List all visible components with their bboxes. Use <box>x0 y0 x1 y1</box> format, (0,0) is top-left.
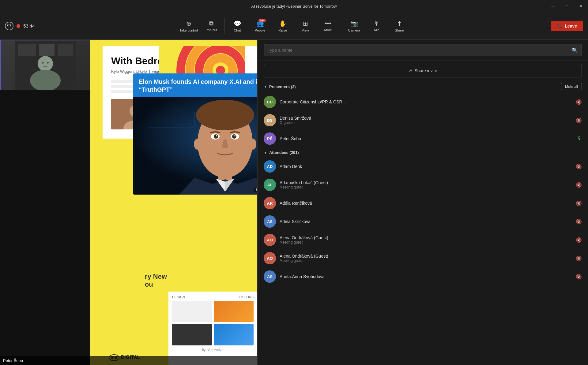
news-overlay: Elon Musk founds AI company X.AI and is … <box>133 73 257 195</box>
svg-text:AL: AL <box>267 183 272 187</box>
svg-text:AO: AO <box>267 256 273 261</box>
mute-all-button[interactable]: Mute all <box>561 83 582 90</box>
attendee-info-ao2: Alena Ondráková (Guest) Meeting guest <box>280 254 572 263</box>
share-invite-button[interactable]: ↗ Share invite <box>264 64 582 77</box>
share-button[interactable]: ⬆ Share <box>388 14 410 38</box>
attendee-name-ao2: Alena Ondráková (Guest) <box>280 254 572 259</box>
attendee-info-ans: Aneta.Anna Svobodová <box>280 274 572 279</box>
presenter-role-ds: Organizer <box>280 121 572 125</box>
attendee-mic-ad: 🔇 <box>576 164 582 169</box>
mic-label: Mic <box>374 28 379 32</box>
attendee-info-as: Adéla Skříčková <box>280 219 572 224</box>
raise-button[interactable]: ✋ Raise <box>272 14 294 38</box>
view-icon: ⊞ <box>303 20 308 27</box>
design-thumb-1 <box>172 301 212 322</box>
design-thumb-2 <box>214 301 254 322</box>
presenters-section-header[interactable]: ▼ Presenters (3) Mute all <box>258 80 588 93</box>
attendee-mic-as: 🔇 <box>576 219 582 225</box>
presenters-list: CC Corporate Citizenship/PR & CSR... 🔇 D… <box>258 93 588 148</box>
attendees-list: AD Adam Denk 🔇 AL Adamuška Lukáš (Guest)… <box>258 157 588 286</box>
call-timer: 53:44 <box>23 23 35 28</box>
people-icon: 👥 294 <box>256 20 264 27</box>
people-button[interactable]: 👥 294 People <box>249 14 271 38</box>
presenter-avatar-cc: CC <box>264 96 276 108</box>
toolbar: 🛡 53:44 ⊕ Take control ⧉ Pop out 💬 Chat … <box>0 12 588 40</box>
svg-text:AR: AR <box>267 201 273 206</box>
close-button[interactable]: ✕ <box>574 0 588 12</box>
attendee-role-al: Meeting guest <box>280 185 572 189</box>
pop-out-label: Pop out <box>205 28 217 32</box>
attendee-mic-ao2: 🔇 <box>576 255 582 261</box>
share-invite-label: Share invite <box>415 68 437 73</box>
svg-point-34 <box>249 139 256 150</box>
title-bar: AI revoluce je tady! -webinář Solve for … <box>0 0 588 12</box>
window-controls: ─ □ ✕ <box>546 0 588 12</box>
presenter-row-cc[interactable]: CC Corporate Citizenship/PR & CSR... 🔇 <box>258 93 588 111</box>
more-label: More <box>324 28 332 32</box>
svg-point-6 <box>38 56 53 71</box>
presenter-info-ds: Denisa Smržová Organizer <box>280 116 572 125</box>
search-box: 🔍 <box>264 44 582 56</box>
more-button[interactable]: ••• More <box>317 14 339 38</box>
attendee-name-ad: Adam Denk <box>280 164 572 169</box>
news-image: Midjourney prompted by THE DEOCDER <box>133 97 257 195</box>
svg-point-8 <box>42 62 44 64</box>
design-thumb-4 <box>214 324 254 345</box>
attendee-name-ao1: Alena Ondráková (Guest) <box>280 235 572 240</box>
security-icon: 🛡 <box>5 22 13 30</box>
attendee-name-ar: Adéla Renčíková <box>280 201 572 206</box>
minimize-button[interactable]: ─ <box>546 0 560 12</box>
attendee-row-as[interactable]: AS Adéla Skříčková 🔇 <box>258 212 588 231</box>
take-control-label: Take control <box>179 28 198 32</box>
more-icon: ••• <box>325 20 331 27</box>
presenter-mic-ps: 🎙 <box>577 136 582 141</box>
attendee-role-ao2: Meeting guest <box>280 259 572 263</box>
attendees-section-title: Attendees (291) <box>269 150 582 155</box>
view-label: View <box>302 28 309 32</box>
view-button[interactable]: ⊞ View <box>294 14 316 38</box>
circuit-svg <box>133 97 257 195</box>
toolbar-divider-2 <box>341 18 341 34</box>
attendee-name-al: Adamuška Lukáš (Guest) <box>280 180 572 185</box>
take-control-icon: ⊕ <box>186 20 191 27</box>
presenter-info-ps: Peter Šebo <box>280 136 573 141</box>
attendees-section-header[interactable]: ▼ Attendees (291) <box>258 148 588 157</box>
take-control-button[interactable]: ⊕ Take control <box>178 14 200 38</box>
attendee-row-ao2[interactable]: AO Alena Ondráková (Guest) Meeting guest… <box>258 249 588 267</box>
attendee-row-al[interactable]: AL Adamuška Lukáš (Guest) Meeting guest … <box>258 176 588 194</box>
attendee-avatar-ans: AS <box>264 270 276 283</box>
design-thumb-3 <box>172 324 212 345</box>
leave-button[interactable]: 📞 Leave <box>551 21 583 31</box>
presenter-row-ps[interactable]: PŠ Peter Šebo 🎙 <box>258 129 588 148</box>
people-badge: 294 <box>258 19 266 22</box>
design-panel-labels: DESIGN COLORS <box>172 295 254 299</box>
attendee-row-ao1[interactable]: AO Alena Ondráková (Guest) Meeting guest… <box>258 231 588 249</box>
chat-button[interactable]: 💬 Chat <box>226 14 248 38</box>
camera-icon: 📷 <box>350 20 358 27</box>
svg-text:DS: DS <box>267 118 273 123</box>
svg-point-33 <box>194 139 201 150</box>
raise-label: Raise <box>278 28 287 32</box>
maximize-button[interactable]: □ <box>560 0 574 12</box>
attendee-avatar-al: AL <box>264 179 276 191</box>
attendee-mic-al: 🔇 <box>576 182 582 188</box>
speaker-name: Peter Šebo <box>3 358 23 363</box>
mic-button[interactable]: 🎙 Mic <box>366 14 388 38</box>
attendee-role-ao1: Meeting guest <box>280 240 572 244</box>
pop-out-button[interactable]: ⧉ Pop out <box>200 14 222 38</box>
search-icon: 🔍 <box>572 47 578 53</box>
share-invite-icon: ↗ <box>409 68 412 73</box>
slide-extra-text: ry New ou <box>145 273 167 289</box>
attendee-row-ans[interactable]: AS Aneta.Anna Svobodová 🔇 <box>258 267 588 286</box>
bottom-speaker-label: Peter Šebo <box>0 356 257 365</box>
toolbar-left: 🛡 53:44 <box>5 22 35 30</box>
camera-button[interactable]: 📷 Camera <box>343 14 365 38</box>
search-input[interactable] <box>268 48 569 53</box>
presenter-row-ds[interactable]: DS Denisa Smržová Organizer 🔇 <box>258 111 588 129</box>
attendee-info-ao1: Alena Ondráková (Guest) Meeting guest <box>280 235 572 244</box>
attendee-row-ad[interactable]: AD Adam Denk 🔇 <box>258 157 588 176</box>
presenter-name-ds: Denisa Smržová <box>280 116 572 121</box>
presenter-info-cc: Corporate Citizenship/PR & CSR... <box>280 99 572 104</box>
svg-point-31 <box>232 134 236 139</box>
attendee-row-ar[interactable]: AR Adéla Renčíková 🔇 <box>258 194 588 212</box>
